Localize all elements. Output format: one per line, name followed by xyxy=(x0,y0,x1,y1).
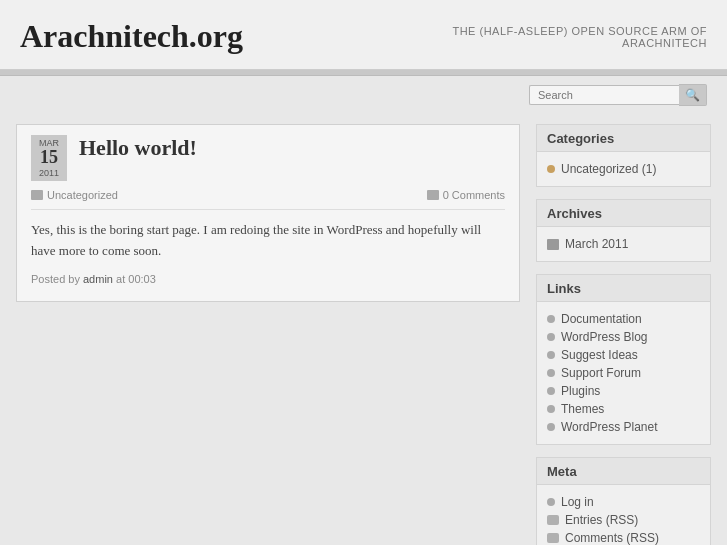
site-tagline: THE (HALF-ASLEEP) OPEN SOURCE ARM OF ARA… xyxy=(427,25,707,49)
link-dot-icon xyxy=(547,405,555,413)
content-area: Mar 15 2011 Hello world! Uncategorized 0… xyxy=(0,114,727,545)
sidebar-links: Links Documentation WordPress Blog Sugge… xyxy=(536,274,711,445)
search-button[interactable]: 🔍 xyxy=(679,84,707,106)
post-date-year: 2011 xyxy=(38,168,60,178)
calendar-icon xyxy=(547,239,559,250)
link-themes[interactable]: Themes xyxy=(547,400,700,418)
post-comments-label: 0 Comments xyxy=(443,189,505,201)
link-dot-icon xyxy=(547,423,555,431)
post-meta-category: Uncategorized xyxy=(31,189,118,201)
post-meta-comments: 0 Comments xyxy=(427,189,505,201)
category-item-label: Uncategorized (1) xyxy=(561,162,656,176)
meta-title: Meta xyxy=(537,458,710,485)
meta-login[interactable]: Log in xyxy=(547,493,700,511)
post-footer: Posted by admin at 00:03 xyxy=(31,273,505,285)
post-author-time: 00:03 xyxy=(128,273,156,285)
post-header: Mar 15 2011 Hello world! xyxy=(31,135,505,181)
link-dot-icon xyxy=(547,369,555,377)
links-title: Links xyxy=(537,275,710,302)
categories-body: Uncategorized (1) xyxy=(537,152,710,186)
link-plugins[interactable]: Plugins xyxy=(547,382,700,400)
post-author-link[interactable]: admin xyxy=(83,273,113,285)
archives-link-march2011[interactable]: March 2011 xyxy=(565,237,628,251)
sidebar-categories: Categories Uncategorized (1) xyxy=(536,124,711,187)
sidebar: Categories Uncategorized (1) Archives Ma… xyxy=(536,124,711,545)
post-author-prefix: Posted by xyxy=(31,273,80,285)
link-dot-icon xyxy=(547,387,555,395)
post-body: Yes, this is the boring start page. I am… xyxy=(31,220,505,262)
meta-comments-rss[interactable]: Comments (RSS) xyxy=(547,529,700,545)
main-column: Mar 15 2011 Hello world! Uncategorized 0… xyxy=(16,124,520,545)
meta-entries-rss[interactable]: Entries (RSS) xyxy=(547,511,700,529)
meta-dot-icon xyxy=(547,498,555,506)
link-dot-icon xyxy=(547,315,555,323)
category-icon xyxy=(31,190,43,200)
link-support-forum[interactable]: Support Forum xyxy=(547,364,700,382)
sidebar-item-uncategorized[interactable]: Uncategorized (1) xyxy=(547,160,700,178)
meta-rss-icon xyxy=(547,533,559,543)
archives-body: March 2011 xyxy=(537,227,710,261)
post-date-box: Mar 15 2011 xyxy=(31,135,67,181)
archives-item: March 2011 xyxy=(547,235,700,253)
site-title: Arachnitech.org xyxy=(20,18,243,55)
search-bar: 🔍 xyxy=(0,76,727,114)
link-suggest-ideas[interactable]: Suggest Ideas xyxy=(547,346,700,364)
sidebar-archives: Archives March 2011 xyxy=(536,199,711,262)
link-dot-icon xyxy=(547,351,555,359)
site-header: Arachnitech.org THE (HALF-ASLEEP) OPEN S… xyxy=(0,0,727,70)
archives-title: Archives xyxy=(537,200,710,227)
link-wordpress-planet[interactable]: WordPress Planet xyxy=(547,418,700,436)
category-dot-icon xyxy=(547,165,555,173)
post-date-day: 15 xyxy=(38,148,60,168)
link-dot-icon xyxy=(547,333,555,341)
link-wordpress-blog[interactable]: WordPress Blog xyxy=(547,328,700,346)
post-card: Mar 15 2011 Hello world! Uncategorized 0… xyxy=(16,124,520,302)
meta-rss-icon xyxy=(547,515,559,525)
post-author-time-sep: at xyxy=(116,273,125,285)
post-meta: Uncategorized 0 Comments xyxy=(31,189,505,210)
sidebar-meta: Meta Log in Entries (RSS) Comments (RSS) xyxy=(536,457,711,545)
post-category-label: Uncategorized xyxy=(47,189,118,201)
search-input[interactable] xyxy=(529,85,679,105)
post-title-link[interactable]: Hello world! xyxy=(79,135,197,161)
link-documentation[interactable]: Documentation xyxy=(547,310,700,328)
meta-body: Log in Entries (RSS) Comments (RSS) Word… xyxy=(537,485,710,545)
links-body: Documentation WordPress Blog Suggest Ide… xyxy=(537,302,710,444)
categories-title: Categories xyxy=(537,125,710,152)
comment-icon xyxy=(427,190,439,200)
